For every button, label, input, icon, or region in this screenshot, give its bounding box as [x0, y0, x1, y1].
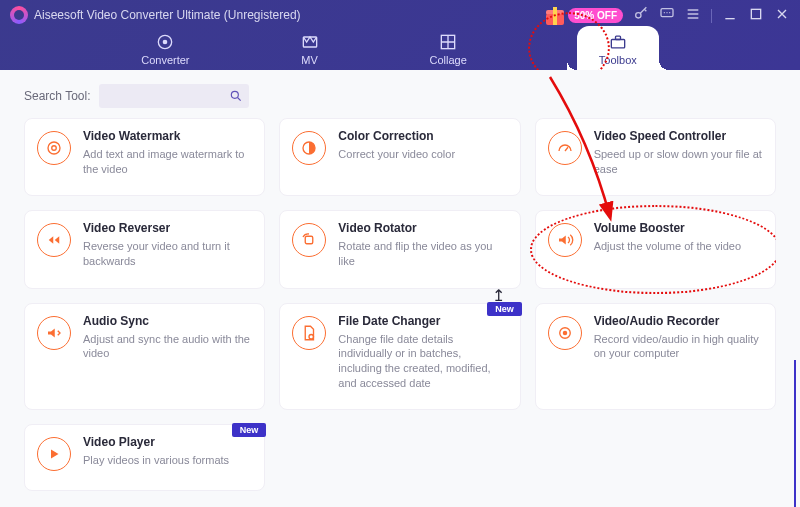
svg-rect-11: [615, 36, 620, 39]
tab-collage[interactable]: Collage: [430, 32, 467, 70]
tab-label: Collage: [430, 54, 467, 66]
tab-converter[interactable]: Converter: [141, 32, 189, 70]
tool-title: Video Watermark: [83, 129, 252, 143]
search-icon: [229, 89, 243, 103]
audiosync-icon: [37, 316, 71, 350]
gift-icon: [546, 7, 564, 25]
reverse-icon: [37, 223, 71, 257]
svg-point-4: [669, 12, 670, 13]
tool-desc: Reverse your video and turn it backwards: [83, 239, 252, 269]
new-badge: New: [232, 423, 267, 437]
tool-file-date-changer[interactable]: New File Date Changer Change file date d…: [279, 303, 520, 411]
play-icon: [37, 437, 71, 471]
tool-desc: Adjust the volume of the video: [594, 239, 741, 254]
tool-desc: Correct your video color: [338, 147, 455, 162]
tool-audio-sync[interactable]: Audio Sync Adjust and sync the audio wit…: [24, 303, 265, 411]
svg-point-3: [666, 12, 667, 13]
tab-label: Toolbox: [599, 54, 637, 66]
tab-mv[interactable]: MV: [300, 32, 320, 70]
scrollbar-accent[interactable]: [794, 360, 796, 507]
tool-volume-booster[interactable]: Volume Booster Adjust the volume of the …: [535, 210, 776, 288]
svg-point-12: [231, 91, 238, 98]
tool-title: Color Correction: [338, 129, 455, 143]
brand: Aiseesoft Video Converter Ultimate (Unre…: [10, 6, 301, 24]
filedate-icon: [292, 316, 326, 350]
tool-desc: Add text and image watermark to the vide…: [83, 147, 252, 177]
tool-color-correction[interactable]: Color Correction Correct your video colo…: [279, 118, 520, 196]
svg-point-7: [164, 40, 167, 43]
tool-title: Video Player: [83, 435, 229, 449]
maximize-button[interactable]: [748, 6, 764, 25]
svg-point-14: [52, 146, 57, 151]
svg-point-19: [562, 330, 567, 335]
app-title: Aiseesoft Video Converter Ultimate (Unre…: [34, 8, 301, 22]
tool-video-watermark[interactable]: Video Watermark Add text and image water…: [24, 118, 265, 196]
record-icon: [548, 316, 582, 350]
key-icon[interactable]: [633, 6, 649, 25]
tool-desc: Record video/audio in high quality on yo…: [594, 332, 763, 362]
tab-label: Converter: [141, 54, 189, 66]
tab-toolbox[interactable]: Toolbox: [577, 26, 659, 70]
promo-text: 50% OFF: [568, 8, 623, 23]
search-label: Search Tool:: [24, 89, 91, 103]
tool-title: Video Speed Controller: [594, 129, 763, 143]
svg-point-0: [636, 13, 641, 18]
rotate-icon: [292, 223, 326, 257]
tool-title: Audio Sync: [83, 314, 252, 328]
titlebar-controls: 50% OFF: [546, 6, 790, 25]
tool-desc: Speed up or slow down your file at ease: [594, 147, 763, 177]
tab-label: MV: [301, 54, 318, 66]
tool-desc: Rotate and flip the video as you like: [338, 239, 507, 269]
titlebar: Aiseesoft Video Converter Ultimate (Unre…: [0, 0, 800, 70]
main-tabs: Converter MV Collage Toolbox: [0, 26, 800, 70]
tool-video-player[interactable]: New Video Player Play videos in various …: [24, 424, 265, 491]
watermark-icon: [37, 131, 71, 165]
search-bar: Search Tool:: [24, 84, 776, 108]
tool-desc: Change file date details individually or…: [338, 332, 507, 391]
svg-rect-10: [611, 40, 624, 48]
color-icon: [292, 131, 326, 165]
tool-title: Volume Booster: [594, 221, 741, 235]
minimize-button[interactable]: [722, 6, 738, 25]
tool-video-reverser[interactable]: Video Reverser Reverse your video and tu…: [24, 210, 265, 288]
brand-logo-icon: [10, 6, 28, 24]
svg-point-13: [48, 142, 60, 154]
svg-rect-5: [751, 9, 760, 18]
close-button[interactable]: [774, 6, 790, 25]
tool-video-rotator[interactable]: Video Rotator Rotate and flip the video …: [279, 210, 520, 288]
divider: [711, 9, 712, 23]
promo-badge[interactable]: 50% OFF: [546, 7, 623, 25]
speed-icon: [548, 131, 582, 165]
scroll-top-icon[interactable]: ↥: [492, 286, 505, 305]
svg-rect-8: [303, 37, 316, 47]
tool-title: File Date Changer: [338, 314, 507, 328]
svg-rect-16: [306, 237, 314, 245]
tool-title: Video/Audio Recorder: [594, 314, 763, 328]
tool-desc: Adjust and sync the audio with the video: [83, 332, 252, 362]
volume-icon: [548, 223, 582, 257]
tool-recorder[interactable]: Video/Audio Recorder Record video/audio …: [535, 303, 776, 411]
svg-point-17: [309, 334, 314, 339]
tool-speed-controller[interactable]: Video Speed Controller Speed up or slow …: [535, 118, 776, 196]
tool-title: Video Reverser: [83, 221, 252, 235]
tools-grid: Video Watermark Add text and image water…: [24, 118, 776, 491]
tool-desc: Play videos in various formats: [83, 453, 229, 468]
content-area: Search Tool: Video Watermark Add text an…: [0, 70, 800, 507]
svg-point-2: [664, 12, 665, 13]
chat-icon[interactable]: [659, 6, 675, 25]
tool-title: Video Rotator: [338, 221, 507, 235]
menu-icon[interactable]: [685, 6, 701, 25]
search-input[interactable]: [99, 84, 249, 108]
